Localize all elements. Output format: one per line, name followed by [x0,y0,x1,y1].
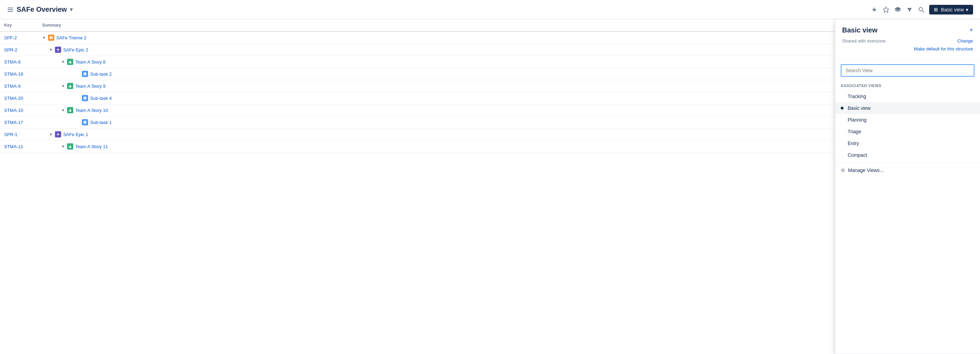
story-icon [67,59,73,65]
row-chevron[interactable]: ▼ [61,144,65,149]
table-row: STMA-17 Sub-task 1 IN PROGRESS [0,116,980,129]
view-list-item[interactable]: Tracking [835,90,980,102]
issue-key-link[interactable]: SPF-2 [4,35,17,40]
svg-point-4 [919,7,922,11]
svg-rect-0 [8,8,13,8]
svg-line-5 [922,11,924,13]
row-chevron[interactable]: ▼ [42,36,46,40]
svg-rect-6 [934,8,935,11]
subtask-icon [82,119,88,125]
issues-table: Key Summary Status Progress SPF-2 ▼ SAFe… [0,19,980,152]
view-list-item[interactable]: Triage [835,126,980,138]
subtask-icon [82,71,88,77]
view-item-label: Tracking [848,94,866,99]
table-header-row: Key Summary Status Progress [0,19,980,32]
manage-views-item[interactable]: ⚙ Manage Views... [835,164,980,176]
active-dot [841,107,843,110]
search-view-wrap [835,60,980,81]
issue-summary-link[interactable]: Sub-task 2 [90,71,111,77]
table-row: STMA-20 Sub-task 4 IN PROGRESS [0,92,980,104]
table-row: STMA-10 ▼ Team A Story 10 TO DO [0,104,980,116]
col-key: Key [0,19,38,32]
view-item-label: Basic view [848,105,870,111]
issue-summary-link[interactable]: SAFe Epic 2 [63,47,88,52]
layers-icon[interactable] [894,6,902,13]
summary-cell: ▼ Team A Story 9 [42,83,855,89]
issue-key-link[interactable]: SPR-1 [4,132,17,137]
row-chevron[interactable]: ▼ [61,84,65,88]
views-list: TrackingBasic viewPlanningTriageEntryCom… [835,90,980,161]
story-icon [67,83,73,89]
panel-header: Basic view + Shared with everyone Change… [835,19,980,60]
svg-rect-7 [935,8,936,11]
issue-summary-link[interactable]: Team A Story 11 [75,144,108,149]
view-dropdown-panel: Basic view + Shared with everyone Change… [835,19,980,354]
issue-key-link[interactable]: STMA-9 [4,84,21,89]
shared-text: Shared with everyone [842,38,886,43]
lightning-icon[interactable] [870,6,878,13]
row-chevron[interactable]: ▼ [61,108,65,112]
issue-summary-link[interactable]: SAFe Theme 2 [56,35,86,40]
menu-icon [7,6,14,13]
issue-key-link[interactable]: SPR-2 [4,47,17,52]
svg-rect-9 [49,36,53,37]
table-row: SPR-2 ▼ SAFe Epic 2 BACKLOG [0,44,980,56]
issue-key-link[interactable]: STMA-20 [4,96,23,101]
manage-views-label: Manage Views... [848,168,884,173]
view-list-item[interactable]: Basic view [835,102,980,114]
row-chevron[interactable]: ▼ [49,48,53,52]
shared-row: Shared with everyone Change [842,38,973,43]
panel-title-text: Basic view [842,26,877,34]
change-link[interactable]: Change [957,38,973,43]
issue-summary-link[interactable]: Team A Story 9 [75,84,105,89]
svg-rect-11 [49,38,53,39]
issue-summary-link[interactable]: Sub-task 4 [90,96,111,101]
svg-marker-15 [69,85,72,87]
issue-key-link[interactable]: STMA-10 [4,108,23,113]
summary-cell: ▼ Team A Story 11 [42,143,855,149]
theme-icon [48,35,54,41]
summary-cell: Sub-task 4 [42,95,855,101]
issue-summary-link[interactable]: SAFe Epic 1 [63,132,88,137]
view-item-label: Compact [848,152,867,158]
story-icon [67,107,73,113]
issue-key-link[interactable]: STMA-17 [4,120,23,125]
issue-key-link[interactable]: STMA-11 [4,144,23,149]
subtask-icon [82,95,88,101]
title-chevron[interactable]: ▾ [70,6,73,13]
view-item-label: Triage [848,129,861,134]
issue-key-link[interactable]: STMA-8 [4,59,21,65]
table-row: STMA-11 ▼ Team A Story 11 TO DO [0,141,980,152]
table-row: STMA-9 ▼ Team A Story 9 TO DO [0,80,980,92]
filter-icon[interactable] [906,6,913,13]
default-link[interactable]: Make default for this structure [842,46,973,51]
row-chevron[interactable]: ▼ [61,60,65,64]
divider [835,162,980,163]
star-icon[interactable] [882,6,890,13]
story-icon [67,143,73,149]
issue-summary-link[interactable]: Team A Story 8 [75,59,105,65]
view-list-item[interactable]: Compact [835,149,980,161]
header: SAFe Overview ▾ Basic view ▾ [0,0,980,19]
panel-title-row: Basic view + [842,26,973,34]
view-button[interactable]: Basic view ▾ [929,5,973,14]
add-view-button[interactable]: + [969,27,973,34]
view-list-item[interactable]: Entry [835,138,980,149]
search-view-input[interactable] [841,64,974,77]
row-chevron[interactable]: ▼ [49,132,53,137]
view-item-label: Planning [848,117,867,122]
svg-rect-10 [49,37,53,38]
table-row: STMA-8 ▼ Team A Story 8 IN PROGRESS [0,56,980,68]
issue-summary-link[interactable]: Team A Story 10 [75,108,108,113]
summary-cell: ▼ Team A Story 10 [42,107,855,113]
summary-cell: ▼ SAFe Epic 1 [42,131,855,138]
search-icon[interactable] [918,6,925,13]
issue-summary-link[interactable]: Sub-task 1 [90,120,111,125]
svg-marker-3 [883,7,889,13]
view-list-item[interactable]: Planning [835,114,980,126]
table-row: SPR-1 ▼ SAFe Epic 1 SELECTED FOR DEVELO.… [0,129,980,141]
col-summary: Summary [38,19,859,32]
issue-key-link[interactable]: STMA-18 [4,71,23,77]
gear-icon: ⚙ [841,168,845,173]
svg-marker-21 [69,145,72,148]
